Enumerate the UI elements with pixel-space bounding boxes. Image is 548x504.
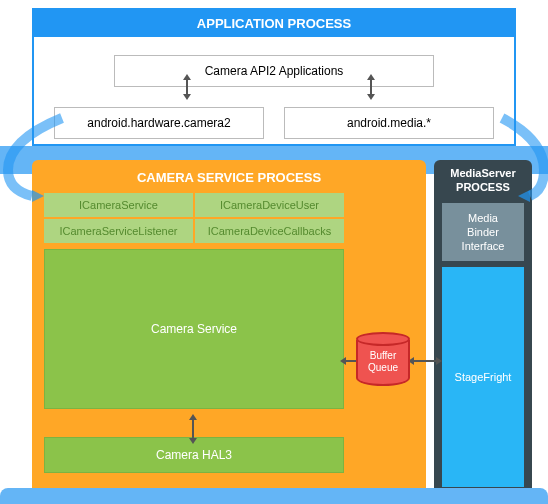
svg-marker-0	[32, 190, 44, 202]
buffer-queue-l1: Buffer	[370, 350, 397, 361]
architecture-diagram: APPLICATION PROCESS Camera API2 Applicat…	[0, 0, 548, 504]
buffer-queue-body: Buffer Queue	[356, 340, 410, 386]
buffer-queue-l2: Queue	[368, 362, 398, 373]
connector-curves	[0, 0, 548, 504]
buffer-queue-cylinder: Buffer Queue	[356, 332, 410, 390]
buffer-queue-lid	[356, 332, 410, 346]
svg-marker-1	[518, 190, 530, 202]
